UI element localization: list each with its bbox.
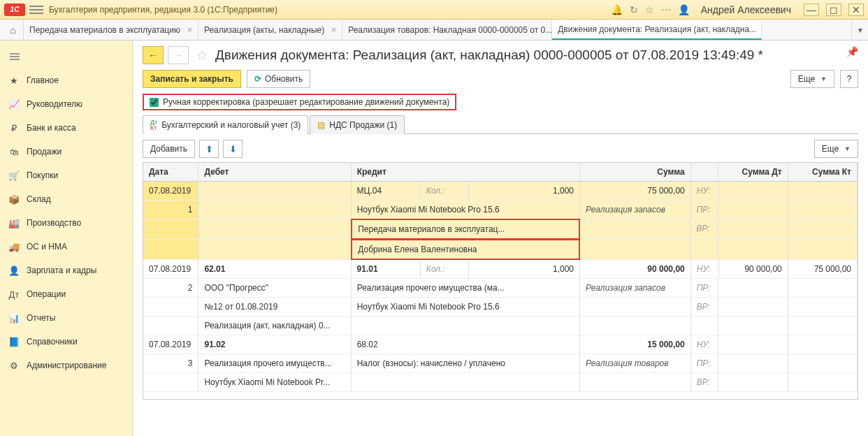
table-row[interactable]: 2ООО "Прогресс"Реализация прочего имущес…	[143, 279, 858, 298]
tab-0[interactable]: Передача материалов в эксплуатацию×	[24, 20, 198, 40]
maximize-button[interactable]: ◻	[826, 3, 841, 16]
tab-bar: ⌂ Передача материалов в эксплуатацию× Ре…	[0, 20, 868, 41]
sidebar-icon: 📊	[8, 312, 20, 324]
sidebar-item-12[interactable]: ⚙Администрирование	[0, 354, 132, 377]
table-row[interactable]: 3Реализация прочего имуществ...Налог (вз…	[143, 354, 858, 373]
minimize-button[interactable]: —	[804, 3, 819, 16]
sidebar-label: Зарплата и кадры	[27, 266, 96, 275]
sidebar-label: ОС и НМА	[27, 242, 67, 252]
tab-3[interactable]: Движения документа: Реализация (акт, нак…	[552, 20, 762, 40]
sidebar-icon: 🛍	[8, 146, 20, 157]
manual-edit-row: Ручная корректировка (разрешает редактир…	[143, 94, 456, 110]
dtkr-icon: ДтКт	[150, 119, 157, 131]
sidebar-label: Склад	[27, 194, 51, 204]
sidebar-icon: ⚙	[8, 360, 20, 371]
sidebar-item-6[interactable]: 🏭Производство	[0, 211, 132, 235]
sidebar-label: Продажи	[27, 147, 62, 157]
grid-header: Дата Дебет Кредит Сумма Сумма Дт Сумма К…	[143, 163, 858, 182]
dots-icon[interactable]: ⋯	[661, 4, 671, 15]
doc-icon: ▤	[317, 120, 325, 130]
logo-1c: 1C	[4, 3, 25, 16]
sidebar-label: Банк и касса	[27, 123, 76, 133]
sidebar-label: Главное	[27, 75, 59, 85]
tab-2[interactable]: Реализация товаров: Накладная 0000-00000…	[342, 20, 552, 40]
sidebar-item-3[interactable]: 🛍Продажи	[0, 140, 132, 164]
move-up-button[interactable]: ⬆	[199, 140, 219, 158]
table-row[interactable]: Передача материалов в эксплуатац...ВР:	[143, 219, 858, 240]
sidebar-icon: ₽	[8, 122, 20, 133]
sidebar-item-4[interactable]: 🛒Покупки	[0, 164, 132, 187]
sidebar-label: Производство	[27, 218, 81, 228]
table-row[interactable]: Добрина Елена Валентиновна	[143, 240, 858, 260]
bell-icon[interactable]: 🔔	[611, 4, 623, 15]
sidebar-label: Руководителю	[27, 99, 82, 109]
titlebar: 1C Бухгалтерия предприятия, редакция 3.0…	[0, 0, 868, 20]
sidebar-icon: 🚚	[8, 241, 20, 252]
page-title: Движения документа: Реализация (акт, нак…	[215, 48, 763, 63]
sidebar-item-7[interactable]: 🚚ОС и НМА	[0, 235, 132, 259]
forward-button[interactable]: →	[168, 46, 189, 64]
tab-1[interactable]: Реализация (акты, накладные)×	[198, 20, 342, 40]
sidebar-label: Справочники	[27, 337, 78, 347]
sidebar-label: Администрирование	[27, 361, 106, 370]
subtab-vat[interactable]: ▤ НДС Продажи (1)	[310, 115, 405, 134]
sidebar-label: Отчеты	[27, 313, 55, 323]
user-name[interactable]: Андрей Алексеевич	[701, 4, 791, 15]
sidebar-item-9[interactable]: ДтОперации	[0, 282, 132, 306]
table-row[interactable]: №12 от 01.08.2019Ноутбук Xiaomi Mi Noteb…	[143, 298, 858, 317]
table-row[interactable]: 1Ноутбук Xiaomi Mi Notebook Pro 15.6Реал…	[143, 201, 858, 219]
manual-edit-checkbox[interactable]	[150, 98, 159, 107]
home-tab[interactable]: ⌂	[3, 20, 24, 40]
table-row[interactable]: 07.08.201962.0191.01Кол.:1,00090 000,00Н…	[143, 260, 858, 279]
sidebar-icon: 📘	[8, 336, 20, 347]
star-icon[interactable]: ☆	[645, 4, 654, 15]
sidebar-icon: ★	[8, 75, 20, 86]
pin-icon[interactable]: 📌	[846, 46, 858, 57]
sidebar-item-8[interactable]: 👤Зарплата и кадры	[0, 259, 132, 282]
sidebar-icon: 🛒	[8, 170, 20, 181]
data-grid[interactable]: Дата Дебет Кредит Сумма Сумма Дт Сумма К…	[143, 162, 858, 400]
sidebar-icon: 📈	[8, 99, 20, 110]
manual-edit-label: Ручная корректировка (разрешает редактир…	[163, 97, 449, 107]
sidebar-label: Покупки	[27, 170, 58, 180]
sidebar-icon: 👤	[8, 265, 20, 276]
favorite-star[interactable]: ☆	[196, 47, 208, 64]
sidebar-item-5[interactable]: 📦Склад	[0, 187, 132, 211]
back-button[interactable]: ←	[143, 46, 164, 64]
history-icon[interactable]: ↻	[630, 4, 638, 15]
close-icon[interactable]: ×	[331, 25, 336, 35]
close-icon[interactable]: ×	[187, 25, 192, 35]
content-area: 📌 ← → ☆ Движения документа: Реализация (…	[133, 41, 868, 436]
help-button[interactable]: ?	[840, 70, 858, 88]
move-down-button[interactable]: ⬇	[223, 140, 243, 158]
sidebar-item-2[interactable]: ₽Банк и касса	[0, 116, 132, 140]
sidebar-toggle[interactable]	[0, 45, 132, 68]
tab-overflow[interactable]: ▾	[851, 20, 868, 40]
main-menu-icon[interactable]	[29, 3, 43, 17]
sidebar-icon: 📦	[8, 194, 20, 205]
sidebar-icon: 🏭	[8, 217, 20, 228]
refresh-button[interactable]: ⟳Обновить	[247, 70, 310, 88]
subtab-accounting[interactable]: ДтКт Бухгалтерский и налоговый учет (3)	[143, 115, 308, 134]
sidebar-item-11[interactable]: 📘Справочники	[0, 330, 132, 354]
sidebar: ★Главное📈Руководителю₽Банк и касса🛍Прода…	[0, 41, 133, 436]
close-button[interactable]: ✕	[848, 3, 864, 16]
sidebar-item-0[interactable]: ★Главное	[0, 68, 132, 92]
sidebar-item-1[interactable]: 📈Руководителю	[0, 92, 132, 116]
app-title: Бухгалтерия предприятия, редакция 3.0 (1…	[49, 5, 611, 15]
sidebar-label: Операции	[27, 289, 66, 299]
table-row[interactable]: 07.08.2019МЦ.04Кол.:1,00075 000,00НУ:	[143, 182, 858, 201]
grid-more-button[interactable]: Еще▼	[814, 140, 858, 158]
table-row[interactable]: 07.08.201991.0268.0215 000,00НУ:	[143, 335, 858, 354]
sidebar-item-10[interactable]: 📊Отчеты	[0, 306, 132, 330]
table-row[interactable]: Ноутбук Xiaomi Mi Notebook Pr...ВР:	[143, 373, 858, 392]
more-button[interactable]: Еще▼	[790, 70, 834, 88]
save-close-button[interactable]: Записать и закрыть	[143, 70, 241, 88]
add-button[interactable]: Добавить	[143, 140, 195, 158]
sidebar-icon: Дт	[8, 289, 20, 300]
refresh-icon: ⟳	[254, 74, 261, 84]
user-icon: 👤	[678, 4, 690, 15]
table-row[interactable]: Реализация (акт, накладная) 0...	[143, 317, 858, 335]
